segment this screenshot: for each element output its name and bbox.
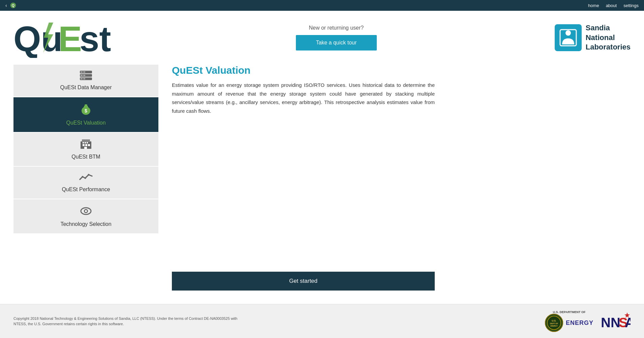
svg-point-31	[88, 174, 90, 176]
svg-text:ENERGY: ENERGY	[550, 325, 558, 327]
svg-rect-14	[83, 75, 85, 76]
sidebar-label-btm: QuESt BTM	[71, 154, 100, 160]
tech-selection-icon	[80, 205, 92, 219]
svg-rect-27	[87, 142, 88, 143]
svg-rect-22	[83, 144, 85, 146]
performance-icon-svg	[79, 173, 93, 182]
btm-icon-svg	[80, 139, 92, 149]
data-manager-icon-svg	[80, 71, 92, 80]
sidebar-item-data-manager[interactable]: QuESt Data Manager	[13, 65, 158, 97]
topbar-nav: home about settings	[588, 3, 639, 8]
svg-text:Q: Q	[12, 4, 14, 7]
svg-text:st: st	[80, 19, 111, 58]
sandia-icon-svg	[559, 28, 578, 47]
nav-settings[interactable]: settings	[623, 3, 639, 8]
module-title: QuESt Valuation	[172, 65, 631, 76]
sandia-text: SandiaNationalLaboratories	[586, 23, 631, 52]
svg-rect-24	[88, 144, 90, 146]
svg-point-29	[82, 176, 84, 178]
svg-rect-11	[81, 71, 83, 73]
svg-point-6	[565, 30, 571, 36]
data-manager-icon	[80, 71, 92, 82]
btm-icon	[80, 139, 92, 152]
footer-logos: U.S. DEPARTMENT OF U.S. DEPT OF ENERGY E…	[545, 310, 631, 332]
performance-icon	[79, 173, 93, 184]
doe-circle-icon: U.S. DEPT OF ENERGY	[545, 314, 563, 332]
energy-text-wrapper: ENERGY	[566, 319, 593, 327]
svg-text:DEPT OF: DEPT OF	[550, 323, 558, 325]
tech-selection-icon-svg	[80, 205, 92, 217]
svg-rect-21	[82, 139, 90, 142]
module-description: Estimates value for an energy storage sy…	[172, 81, 435, 115]
topbar: ‹ Q home about settings	[0, 0, 644, 11]
sidebar-item-btm[interactable]: QuESt BTM	[13, 133, 158, 166]
svg-text:$: $	[85, 108, 87, 113]
svg-point-34	[85, 210, 87, 212]
topbar-left: ‹ Q	[5, 2, 17, 9]
svg-rect-19	[85, 104, 87, 106]
valuation-icon-svg: $	[81, 103, 91, 115]
new-returning-text: New or returning user?	[309, 25, 364, 31]
nnsa-logo: NN S A	[600, 312, 631, 331]
sidebar-item-valuation[interactable]: $ QuESt Valuation	[13, 97, 158, 132]
svg-text:U.S.: U.S.	[552, 319, 556, 322]
doe-label: U.S. DEPARTMENT OF	[553, 310, 586, 314]
doe-logo: U.S. DEPARTMENT OF U.S. DEPT OF ENERGY E…	[545, 310, 593, 332]
svg-rect-15	[81, 78, 83, 79]
nav-about[interactable]: about	[606, 3, 617, 8]
svg-text:Qu: Qu	[13, 19, 63, 58]
doe-seal-svg: U.S. DEPT OF ENERGY	[545, 314, 563, 332]
sandia-logo: SandiaNationalLaboratories	[555, 23, 631, 52]
nav-home[interactable]: home	[588, 3, 599, 8]
svg-rect-16	[83, 78, 85, 79]
sidebar: QuESt Data Manager $ QuESt Valuation	[13, 65, 158, 297]
quest-logo-svg: Qu E st	[13, 18, 118, 58]
main-wrapper: Qu E st New or returning user? Take a qu…	[0, 11, 644, 304]
content-row: QuESt Data Manager $ QuESt Valuation	[0, 61, 644, 304]
footer: Copyright 2018 National Technology & Eng…	[0, 304, 644, 338]
svg-rect-25	[83, 142, 84, 143]
sidebar-label-tech-selection: Technology Selection	[60, 221, 111, 227]
header-center: New or returning user? Take a quick tour	[296, 25, 377, 50]
svg-text:NN: NN	[601, 315, 620, 330]
energy-text: ENERGY	[566, 319, 593, 327]
svg-text:E: E	[58, 19, 82, 58]
topbar-logo-icon: Q	[10, 2, 17, 9]
right-content: QuESt Valuation Estimates value for an e…	[172, 61, 631, 297]
svg-rect-12	[83, 71, 85, 73]
sidebar-label-data-manager: QuESt Data Manager	[60, 84, 112, 91]
sidebar-label-performance: QuESt Performance	[62, 187, 110, 193]
tour-button[interactable]: Take a quick tour	[296, 35, 377, 50]
svg-rect-26	[85, 142, 86, 143]
footer-copyright: Copyright 2018 National Technology & Eng…	[13, 316, 249, 327]
svg-rect-23	[85, 144, 87, 146]
quest-logo: Qu E st	[13, 18, 118, 58]
get-started-button[interactable]: Get started	[172, 272, 435, 291]
svg-rect-13	[81, 75, 83, 76]
sidebar-item-tech-selection[interactable]: Technology Selection	[13, 199, 158, 233]
back-arrow-icon[interactable]: ‹	[5, 3, 7, 8]
nnsa-logo-svg: NN S A	[600, 312, 631, 331]
svg-rect-28	[84, 147, 87, 149]
valuation-icon: $	[81, 103, 91, 118]
sandia-icon	[555, 24, 582, 51]
sidebar-label-valuation: QuESt Valuation	[66, 120, 105, 126]
sidebar-item-performance[interactable]: QuESt Performance	[13, 167, 158, 199]
header-row: Qu E st New or returning user? Take a qu…	[0, 11, 644, 61]
svg-point-30	[85, 177, 86, 179]
